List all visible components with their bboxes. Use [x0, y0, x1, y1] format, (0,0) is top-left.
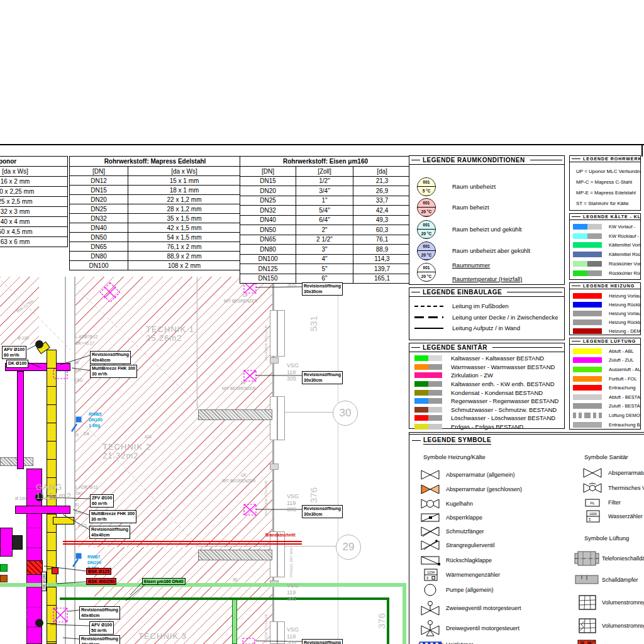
callout-line: MultiBreeze FHK 300 [91, 511, 135, 517]
legend-symbole: LEGENDE SYMBOLE Symbole Heizung/Kälte Ab… [409, 432, 644, 644]
symbol-label: Wasserzähler [608, 513, 643, 519]
legend-sanitaer-title: LEGENDE SANITÄR [423, 344, 487, 351]
room-name: GANG [36, 483, 72, 492]
heizung-item: Heizung Vorlauf [573, 291, 640, 300]
plan-gray-text: 80 [74, 502, 79, 508]
cell: 5" [296, 264, 353, 274]
symbol-item: Heizkörper [418, 639, 575, 644]
bsk-damper-tag: BSK 400/250 [86, 578, 116, 585]
callout-line: Revisionsöffnung [91, 527, 128, 533]
room-number-value: 001 [418, 199, 435, 207]
swatch-left [573, 311, 587, 316]
lueftung-label: Fortluft - FOL [609, 376, 637, 382]
plan-gray-text: L-KDB78/12 [75, 335, 97, 340]
callout-line: 30x30cm [304, 289, 341, 295]
table-uponor-row: 32 x 3 mm [0, 207, 68, 217]
table-eisen-row: DN1255"139,7 [240, 264, 411, 274]
swatch-left [573, 261, 587, 267]
pipe-kaltwasser-bestand-h [0, 583, 406, 587]
note-line: RWB7 [87, 554, 101, 560]
grid-line-vertical [338, 277, 338, 644]
table-mapress-row: DN2528 x 1,2 mm [70, 204, 241, 214]
vsg-line: 305 [287, 506, 299, 513]
cell: 108 x 2 mm [128, 261, 241, 270]
swatch-right [587, 413, 602, 418]
symbol-label: Heizkörper [446, 641, 474, 644]
cell: 6/4" [296, 215, 353, 225]
color-swatch [573, 242, 602, 248]
lueftung-item: Abluft - ABL [573, 347, 640, 356]
swatch-right [587, 233, 602, 239]
note-line: DN100 [87, 560, 101, 565]
swatch-left [573, 385, 587, 391]
wall-section-1 [198, 409, 272, 420]
cell: 2 1/2" [296, 235, 353, 245]
rainwater-pipe-note: RWB5DN1001 6tlg [89, 411, 103, 428]
cell: DN150 [240, 274, 296, 284]
plan-gray-text: 200 [74, 510, 81, 515]
lueftung-label: Entrauchung BESTAND [609, 422, 640, 428]
pipe-kaltwasser-bestand-v [402, 583, 406, 644]
color-swatch [573, 311, 602, 316]
callout-line: 30x30cm [304, 512, 341, 518]
callout-label: AFV Ø10050 m³/h [89, 621, 114, 635]
symbole-sanitaer-subtitle: Symbole Sanitär [584, 453, 628, 460]
vsg-dimension-stack: VSG119305 [287, 582, 299, 602]
room-condition-label: Raum beheizt [452, 204, 489, 211]
symbol-item: Kugelhahn [418, 497, 575, 511]
table-mapress-title: Rohrwerkstoff: Mapress Edelstahl [70, 157, 241, 167]
callout-label: MultiBreeze FHK 30030 m³/h [89, 510, 136, 523]
room-condition-label: Raumnummer [452, 262, 490, 269]
window-4 [270, 621, 285, 644]
legend-einbaulage: LEGENDE EINBAULAGE Leitung im FußbodenLe… [409, 287, 565, 340]
sanitaer-item: Erdgas - Erdgas BESTAND [414, 423, 564, 431]
plan-gray-text: MIT BEGRENZER [222, 386, 255, 391]
thermisches-ventil-icon [580, 482, 608, 494]
room-number-value: 001 [418, 242, 435, 250]
color-swatch [414, 424, 442, 430]
symbol-label: Volumenstromregler [602, 599, 644, 606]
swatch-left [414, 355, 428, 361]
vsg-line: 119 [287, 369, 299, 376]
plan-rotated-text: 376 [308, 487, 319, 503]
swatch-right [587, 242, 602, 248]
cell: DN25 [240, 196, 296, 206]
svg-text:1234: 1234 [427, 570, 435, 574]
symbol-label: Schalldämpfer [602, 577, 638, 583]
kaelte-item: Rückkühler Rücklauf [573, 269, 640, 278]
room-number-value: 001 [418, 264, 435, 272]
symbol-label: Volumenstromregler [602, 623, 644, 629]
telefonieschalldaempfer-icon [574, 550, 602, 567]
pipe-kaltwasser-v [387, 597, 389, 644]
table-mapress-header: [da x Ws] [128, 167, 241, 176]
room-condition-label: Raum unbeheizt aber gekühlt [452, 247, 530, 254]
volumenstromregler-2-icon [574, 618, 602, 633]
swatch-left [573, 357, 587, 363]
heizung-label: Heizung Rücklauf [609, 302, 640, 308]
sanitaer-item: Zirkulation - ZW [414, 371, 564, 380]
wall-line-2 [74, 277, 75, 644]
room-area: 25.26m2 [146, 334, 194, 343]
table-eisen-row: DN406/4"49,3 [240, 215, 411, 225]
room-temp-value: 20 °C [418, 251, 435, 259]
lueftung-label: Lüftung DEMONTAGE [609, 413, 640, 418]
room-area: 21.32m2 [103, 452, 151, 460]
duct-abluft-horizontal [53, 517, 74, 525]
kaelte-item: Kältemittel Rücklauf [573, 250, 640, 259]
callout-line: 50 m³/h [91, 628, 112, 634]
callout-line: 30 m³/h [92, 372, 135, 377]
lueftung-label: Abluft - BESTAND [609, 394, 640, 400]
cell: 76,1 [353, 235, 411, 245]
room-condition-icon-room-number: 00120 °C [417, 263, 436, 282]
table-eisen-row: DN325/4"42,4 [240, 206, 411, 216]
wall-section-2 [198, 550, 272, 560]
callout-line: 30x30cm [304, 378, 341, 384]
callout-label: ZFV Ø10060 m³/h [90, 494, 114, 508]
swatch-right [587, 403, 602, 409]
kaelte-item: KW Rücklauf - [573, 231, 640, 241]
cell: 3" [296, 245, 353, 255]
callout-label: Revisionsöffnung30x30cm [302, 639, 343, 644]
callout-line: 40x40cm [91, 533, 128, 538]
swatch-left [573, 376, 587, 382]
cell: 50 x 4,5 mm [0, 227, 68, 237]
